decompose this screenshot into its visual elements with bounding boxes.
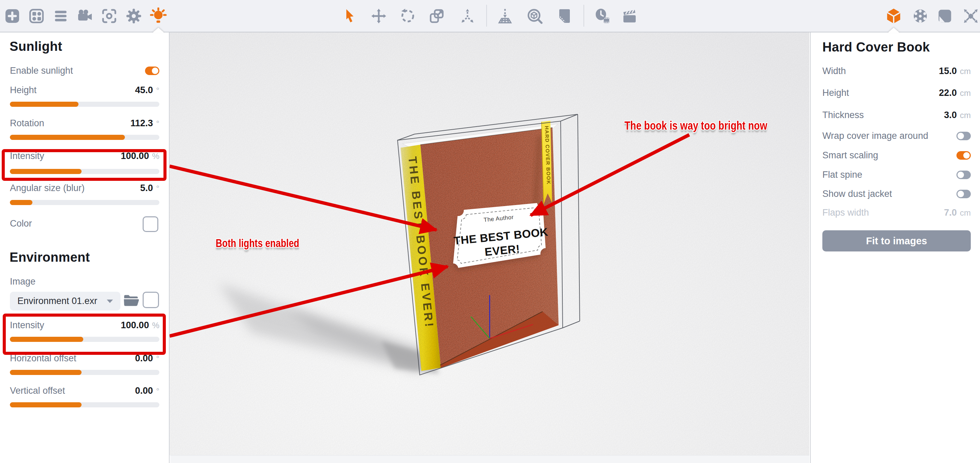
snapshot-icon[interactable] bbox=[100, 6, 119, 25]
geometry-panel-notch bbox=[888, 28, 899, 33]
env-image-row: Image bbox=[10, 275, 159, 288]
camera-icon[interactable] bbox=[75, 6, 94, 25]
folder-icon bbox=[123, 294, 139, 307]
flaps-width-value: 7.0 bbox=[944, 207, 957, 218]
spread-icon[interactable] bbox=[458, 6, 477, 25]
height-label: Height bbox=[10, 85, 37, 95]
smart-scaling-row: Smart scaling bbox=[822, 149, 971, 162]
materials-sphere-icon[interactable] bbox=[911, 6, 930, 25]
highlight-box-env-intensity bbox=[3, 313, 166, 355]
height-slider[interactable] bbox=[10, 102, 159, 107]
drop-to-floor-icon[interactable] bbox=[495, 6, 515, 25]
page-title: Hard Cover Book bbox=[822, 40, 930, 54]
zoom-to-object-icon[interactable] bbox=[525, 6, 544, 25]
open-folder-button[interactable] bbox=[123, 293, 139, 309]
height-value[interactable]: 45.0 bbox=[135, 85, 153, 95]
sunlight-heading: Sunlight bbox=[10, 39, 62, 54]
wrap-cover-toggle[interactable] bbox=[956, 132, 971, 140]
add-icon[interactable] bbox=[3, 6, 22, 25]
render-time-icon[interactable] bbox=[593, 6, 612, 25]
book-width-row: Width 15.0cm bbox=[822, 65, 971, 78]
env-image-dropdown[interactable]: Environment 01.exr bbox=[10, 292, 121, 310]
move-icon[interactable] bbox=[369, 6, 388, 25]
flaps-width-row: Flaps width 7.0cm bbox=[822, 207, 971, 219]
viewport-bottom-strip bbox=[170, 455, 810, 463]
dust-jacket-row: Show dust jacket bbox=[822, 188, 971, 200]
highlight-box-sun-intensity bbox=[2, 149, 167, 181]
enable-sunlight-row: Enable sunlight bbox=[10, 65, 159, 77]
animation-icon[interactable] bbox=[620, 6, 639, 25]
book-thickness-value[interactable]: 3.0 bbox=[944, 110, 957, 121]
chevron-down-icon bbox=[107, 299, 113, 303]
light-panel-notch bbox=[153, 28, 164, 33]
book-height-value[interactable]: 22.0 bbox=[939, 88, 957, 98]
toolbar bbox=[0, 0, 980, 32]
wrap-cover-row: Wrap cover image around bbox=[822, 130, 971, 142]
v-offset-slider[interactable] bbox=[10, 402, 159, 407]
sun-color-swatch[interactable] bbox=[143, 216, 158, 232]
expand-3d-icon[interactable] bbox=[961, 6, 980, 25]
rotation-slider[interactable] bbox=[10, 135, 159, 140]
v-offset-label: Vertical offset bbox=[10, 385, 65, 396]
annotation-both-lights: Both lights enabled bbox=[216, 237, 299, 250]
select-cursor-icon[interactable] bbox=[340, 6, 359, 25]
rotation-label: Rotation bbox=[10, 118, 45, 129]
annotation-too-bright: The book is way too bright now bbox=[624, 119, 767, 132]
decals-icon[interactable] bbox=[935, 6, 955, 25]
smart-scaling-toggle[interactable] bbox=[956, 151, 971, 160]
angular-size-row: Angular size (blur) 5.0° bbox=[10, 182, 159, 194]
angular-size-slider[interactable] bbox=[10, 200, 159, 205]
h-offset-slider[interactable] bbox=[10, 370, 159, 375]
v-offset-value[interactable]: 0.00 bbox=[135, 385, 153, 396]
env-color-swatch[interactable] bbox=[143, 292, 159, 308]
enable-sunlight-toggle[interactable] bbox=[145, 67, 159, 75]
settings-gear-icon[interactable] bbox=[124, 6, 143, 25]
sun-color-label: Color bbox=[10, 218, 32, 229]
dust-jacket-toggle[interactable] bbox=[956, 190, 971, 198]
rotation-row: Rotation 112.3° bbox=[10, 117, 159, 130]
geometry-cube-icon[interactable] bbox=[884, 6, 903, 25]
library-icon[interactable] bbox=[27, 6, 46, 25]
height-row: Height 45.0° bbox=[10, 84, 159, 97]
rotation-value[interactable]: 112.3 bbox=[130, 118, 153, 129]
env-image-label: Image bbox=[10, 276, 35, 287]
light-icon[interactable] bbox=[149, 6, 168, 25]
flat-spine-row: Flat spine bbox=[822, 169, 971, 181]
app-window: Sunlight Enable sunlight Height 45.0° Ro… bbox=[0, 0, 980, 463]
angular-size-label: Angular size (blur) bbox=[10, 183, 84, 194]
sun-color-row: Color bbox=[10, 217, 159, 230]
book-thickness-row: Thickness 3.0cm bbox=[822, 109, 971, 121]
enable-sunlight-label: Enable sunlight bbox=[10, 65, 73, 76]
menu-icon[interactable] bbox=[51, 6, 70, 25]
angular-size-value[interactable]: 5.0 bbox=[140, 183, 153, 194]
book-width-value[interactable]: 15.0 bbox=[939, 66, 957, 76]
light-settings-panel: Sunlight Enable sunlight Height 45.0° Ro… bbox=[0, 32, 170, 463]
toolbar-divider bbox=[486, 5, 487, 27]
flat-spine-toggle[interactable] bbox=[956, 170, 971, 179]
scale-icon[interactable] bbox=[427, 6, 446, 25]
fit-to-images-button[interactable]: Fit to images bbox=[822, 230, 971, 251]
environment-heading: Environment bbox=[10, 250, 90, 265]
toolbar-divider bbox=[584, 5, 584, 27]
v-offset-row: Vertical offset 0.00° bbox=[10, 385, 159, 397]
env-image-value: Environment 01.exr bbox=[18, 296, 105, 306]
rotate-icon[interactable] bbox=[398, 6, 417, 25]
page-curl-icon[interactable] bbox=[555, 6, 574, 25]
geometry-panel: Hard Cover Book Width 15.0cm Height 22.0… bbox=[810, 32, 980, 463]
book-height-row: Height 22.0cm bbox=[822, 87, 971, 99]
